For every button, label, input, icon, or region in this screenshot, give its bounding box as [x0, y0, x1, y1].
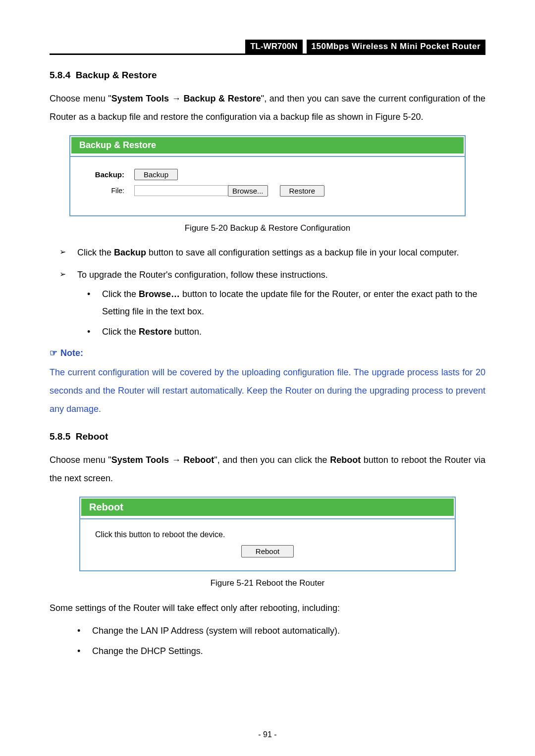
list-item: Click the Browse… button to locate the u…	[87, 286, 485, 320]
text-bold: Reboot	[183, 455, 214, 465]
text: Click the	[77, 248, 114, 257]
file-label: File:	[77, 187, 134, 195]
intro-584: Choose menu "System Tools → Backup & Res…	[50, 90, 485, 126]
file-input[interactable]	[134, 185, 228, 196]
heading-title: Backup & Restore	[76, 70, 157, 80]
list-item: Click the Restore button.	[87, 323, 485, 341]
text: To upgrade the Router's configuration, f…	[77, 270, 328, 280]
text: Click the	[102, 289, 139, 299]
after-reboot-text: Some settings of the Router will take ef…	[50, 599, 485, 617]
note-heading: ☞Note:	[50, 348, 485, 358]
backup-restore-panel: Backup & Restore Backup: Backup File: Br…	[69, 135, 466, 216]
note-text: The current configuration will be covere…	[50, 363, 485, 418]
text: Choose menu "	[50, 455, 111, 465]
figure-caption-521: Figure 5-21 Reboot the Router	[50, 578, 485, 588]
text: Click the	[102, 327, 139, 337]
text: ", and then you can click the	[214, 455, 330, 465]
reboot-panel: Reboot Click this button to reboot the d…	[79, 497, 456, 571]
pointing-hand-icon: ☞	[50, 348, 57, 358]
heading-num: 5.8.4	[50, 70, 70, 80]
doc-header: TL-WR700N 150Mbps Wireless N Mini Pocket…	[50, 40, 485, 55]
reboot-settings-list: Change the LAN IP Address (system will r…	[50, 622, 485, 660]
figure-caption-520: Figure 5-20 Backup & Restore Configurati…	[50, 223, 485, 233]
list-item: Click the Backup button to save all conf…	[59, 244, 485, 261]
panel-title: Backup & Restore	[71, 137, 464, 154]
text-bold: Backup	[114, 248, 146, 257]
backup-button[interactable]: Backup	[134, 169, 178, 180]
intro-585: Choose menu "System Tools → Reboot", and…	[50, 451, 485, 488]
restore-button[interactable]: Restore	[280, 185, 325, 197]
heading-num: 5.8.5	[50, 431, 70, 442]
list-item: Change the DHCP Settings.	[77, 643, 485, 660]
panel-title: Reboot	[81, 498, 454, 516]
text-bold: Backup & Restore	[183, 94, 261, 103]
text-bold: Reboot	[330, 455, 361, 465]
text-bold: System Tools	[111, 455, 169, 465]
heading-reboot: 5.8.5 Reboot	[50, 431, 485, 442]
arrow-icon: →	[169, 94, 183, 103]
list-item: To upgrade the Router's configuration, f…	[59, 266, 485, 341]
text-bold: Restore	[139, 327, 172, 337]
backup-label: Backup:	[77, 170, 134, 179]
arrow-icon: →	[169, 455, 183, 465]
reboot-text: Click this button to reboot the device.	[95, 530, 440, 539]
text-bold: System Tools	[111, 94, 169, 103]
reboot-button[interactable]: Reboot	[241, 545, 294, 557]
heading-backup-restore: 5.8.4 Backup & Restore	[50, 70, 485, 81]
list-item: Change the LAN IP Address (system will r…	[77, 622, 485, 640]
heading-title: Reboot	[76, 431, 108, 442]
text: Choose menu "	[50, 94, 111, 103]
text: button to save all configuration setting…	[146, 248, 459, 257]
note-label: Note:	[60, 348, 83, 358]
header-desc: 150Mbps Wireless N Mini Pocket Router	[307, 40, 485, 53]
text: button.	[172, 327, 202, 337]
page-number: - 91 -	[0, 730, 535, 739]
text-bold: Browse…	[139, 289, 180, 299]
browse-button[interactable]: Browse...	[228, 185, 268, 197]
instructions-list: Click the Backup button to save all conf…	[50, 244, 485, 341]
header-model: TL-WR700N	[245, 40, 302, 53]
